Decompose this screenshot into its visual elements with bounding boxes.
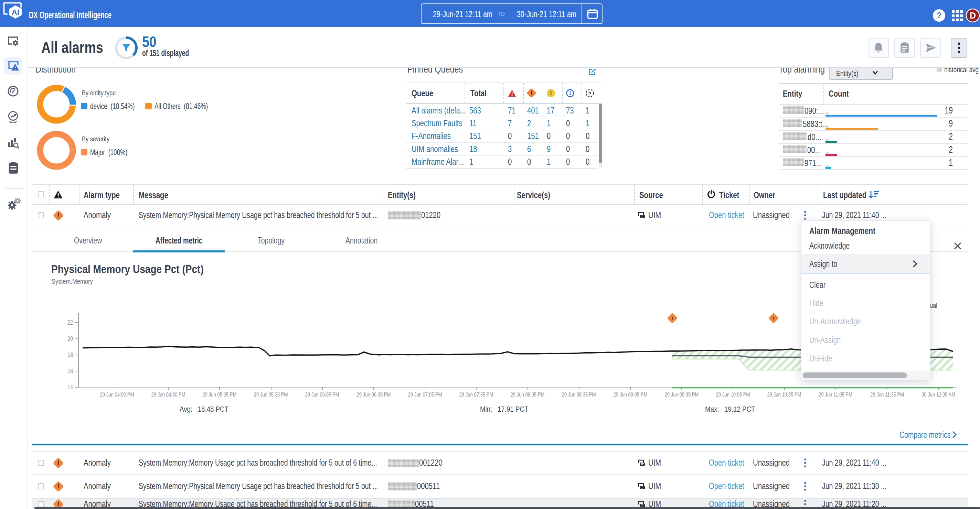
svg-text:!: ! (773, 316, 775, 321)
svg-text:!: ! (672, 316, 673, 321)
svg-text:?: ? (937, 11, 942, 20)
svg-text:D: D (970, 11, 976, 20)
svg-text:AI: AI (12, 8, 19, 16)
